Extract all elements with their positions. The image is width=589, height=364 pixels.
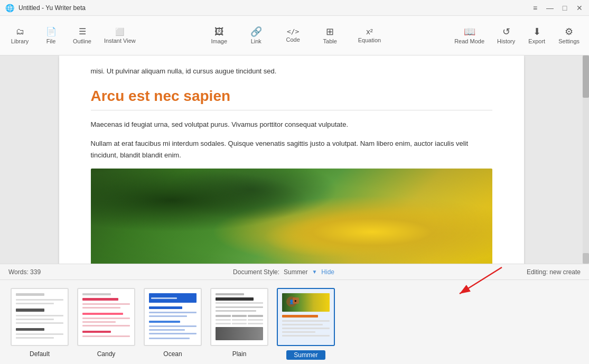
toolbar-label-file: File [46,38,56,44]
toolbar-item-image[interactable]: 🖼 Image [206,25,232,46]
style-thumb-summer: 👤 ▶ [277,288,335,346]
style-thumb-default [11,288,69,346]
link-icon: 🔗 [250,27,262,36]
doc-para-1: Maecenas id feugiat urna, sed volutpat p… [91,119,492,130]
export-icon: ⬇ [533,27,541,36]
table-icon: ⊞ [326,27,334,36]
toolbar-item-export[interactable]: ⬇ Export [523,25,550,46]
style-item-default[interactable]: Default [11,288,69,358]
chevron-down-icon: ▼ [312,269,317,275]
toolbar-label-table: Table [323,38,337,44]
toolbar-item-code[interactable]: </> Code [280,25,306,46]
style-thumb-plain [210,288,268,346]
title-bar-controls: ≡ — □ ✕ [531,4,584,12]
style-label-ocean: Ocean [163,350,182,358]
style-item-summer[interactable]: 👤 ▶ Summer [277,288,335,360]
toolbar: 🗂 Library 📄 File ☰ Outline ⬜ Instant Vie… [0,16,589,55]
toolbar-label-link: Link [251,38,261,44]
code-icon: </> [287,28,299,35]
doc-para-2: Nullam at erat faucibus mi interdum soda… [91,138,492,161]
equation-icon: x² [366,27,373,35]
document-area[interactable]: misi. Ut pulvinar aliquam nulla, id curs… [0,55,583,264]
file-icon: 📄 [46,26,57,36]
toolbar-center: 🖼 Image 🔗 Link </> Code ⊞ Table x² Equat… [206,25,385,46]
style-label-default: Default [30,350,50,358]
scrollbar-track[interactable] [583,55,589,264]
toolbar-item-library[interactable]: 🗂 Library [5,24,34,46]
toolbar-item-history[interactable]: ↺ History [493,25,519,46]
main-area: misi. Ut pulvinar aliquam nulla, id curs… [0,55,589,264]
read-mode-icon: 📖 [464,27,475,36]
style-label-candy: Candy [97,350,116,358]
image-icon: 🖼 [214,27,224,36]
document-page: misi. Ut pulvinar aliquam nulla, id curs… [59,55,524,264]
toolbar-label-equation: Equation [358,37,381,43]
title-bar-left: 🌐 Untitled - Yu Writer beta [5,4,86,12]
doc-image [91,169,492,264]
styles-grid: Default Candy [11,285,578,362]
styles-panel: Default Candy [0,279,589,364]
toolbar-label-history: History [497,38,515,44]
doc-text-top: misi. Ut pulvinar aliquam nulla, id curs… [91,66,492,77]
title-bar-title: Untitled - Yu Writer beta [18,4,86,12]
toolbar-left: 🗂 Library 📄 File ☰ Outline ⬜ Instant Vie… [5,24,141,46]
outline-icon: ☰ [79,26,86,36]
toolbar-item-link[interactable]: 🔗 Link [243,25,269,46]
style-item-candy[interactable]: Candy [77,288,135,358]
toolbar-item-read-mode[interactable]: 📖 Read Mode [450,25,489,46]
document-style-value: Summer [284,268,307,276]
toolbar-label-read-mode: Read Mode [454,38,484,44]
style-thumb-candy [77,288,135,346]
toolbar-label-library: Library [11,38,29,44]
library-icon: 🗂 [16,27,24,36]
history-icon: ↺ [502,27,510,36]
toolbar-item-file[interactable]: 📄 File [36,24,66,46]
lines-button[interactable]: ≡ [531,4,539,12]
toolbar-label-settings: Settings [558,38,579,44]
doc-divider [91,110,492,110]
style-label-plain: Plain [232,350,247,358]
hide-link[interactable]: Hide [321,268,334,276]
status-center: Document Style: Summer ▼ Hide [41,268,527,276]
toolbar-label-code: Code [286,36,300,43]
minimize-button[interactable]: — [546,4,554,12]
style-thumb-ocean [144,288,202,346]
scrollbar-thumb-bottom[interactable] [583,253,589,264]
word-count: Words: 339 [8,268,41,276]
style-item-plain[interactable]: Plain [210,288,268,358]
scrollbar-thumb[interactable] [583,55,589,98]
toolbar-item-instant-view[interactable]: ⬜ Instant View [99,24,141,46]
toolbar-label-image: Image [211,38,227,44]
document-style-label: Document Style: [233,268,279,276]
toolbar-item-settings[interactable]: ⚙ Settings [554,25,584,46]
toolbar-item-table[interactable]: ⊞ Table [317,25,343,46]
toolbar-item-equation[interactable]: x² Equation [354,25,385,46]
app-logo: 🌐 [5,4,14,12]
editing-status: Editing: new create [527,268,581,276]
title-bar: 🌐 Untitled - Yu Writer beta ≡ — □ ✕ [0,0,589,16]
toolbar-right: 📖 Read Mode ↺ History ⬇ Export ⚙ Setting… [450,25,584,46]
toolbar-label-export: Export [528,38,545,44]
doc-heading: Arcu est nec sapien [91,88,492,105]
toolbar-item-outline[interactable]: ☰ Outline [68,24,97,46]
instant-view-icon: ⬜ [115,27,124,36]
close-button[interactable]: ✕ [575,4,584,12]
style-item-ocean[interactable]: Ocean [144,288,202,358]
style-label-summer: Summer [286,350,325,360]
toolbar-label-instant-view: Instant View [104,38,136,44]
toolbar-label-outline: Outline [73,38,91,44]
maximize-button[interactable]: □ [560,4,569,12]
settings-icon: ⚙ [565,27,573,36]
status-bar: Words: 339 Document Style: Summer ▼ Hide… [0,264,589,279]
